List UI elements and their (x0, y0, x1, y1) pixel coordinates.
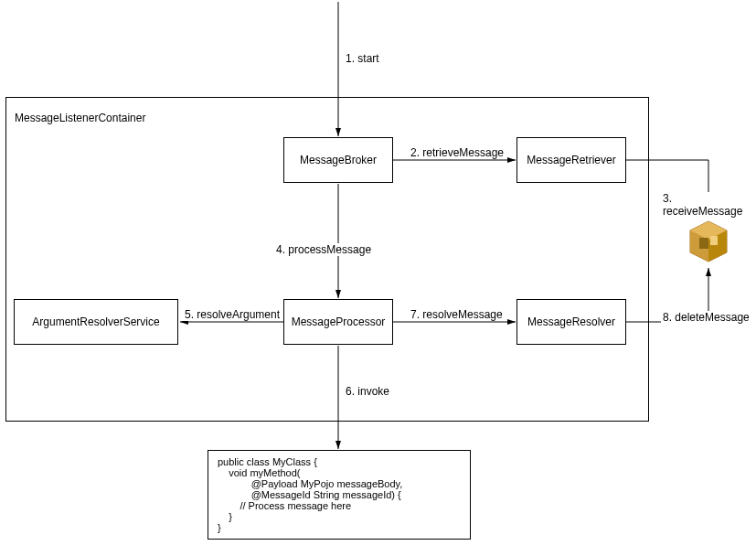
edge-label-resolve-arg: 5. resolveArgument (183, 308, 282, 321)
code-snippet-box: public class MyClass { void myMethod( @P… (208, 450, 471, 540)
edge-label-start: 1. start (344, 52, 381, 65)
edge-label-receive: 3. receiveMessage (661, 192, 756, 218)
edge-label-invoke: 6. invoke (344, 385, 391, 398)
aws-sqs-icon (687, 219, 730, 263)
svg-rect-10 (699, 238, 708, 249)
svg-rect-11 (710, 236, 718, 245)
node-message-retriever-label: MessageRetriever (527, 154, 615, 166)
edge-label-process: 4. processMessage (274, 243, 373, 256)
node-argument-resolver-service-label: ArgumentResolverService (32, 315, 159, 328)
node-message-processor: MessageProcessor (283, 299, 393, 345)
edge-label-delete: 8. deleteMessage (661, 311, 751, 324)
listener-container-label: MessageListenerContainer (15, 112, 145, 124)
node-message-resolver-label: MessageResolver (527, 315, 615, 328)
node-message-broker-label: MessageBroker (300, 154, 377, 166)
node-message-broker: MessageBroker (283, 137, 393, 183)
edge-label-retrieve: 2. retrieveMessage (409, 146, 506, 159)
node-argument-resolver-service: ArgumentResolverService (14, 299, 178, 345)
node-message-retriever: MessageRetriever (516, 137, 626, 183)
edge-label-resolve-msg: 7. resolveMessage (409, 308, 505, 321)
node-message-resolver: MessageResolver (516, 299, 626, 345)
node-message-processor-label: MessageProcessor (292, 315, 386, 328)
